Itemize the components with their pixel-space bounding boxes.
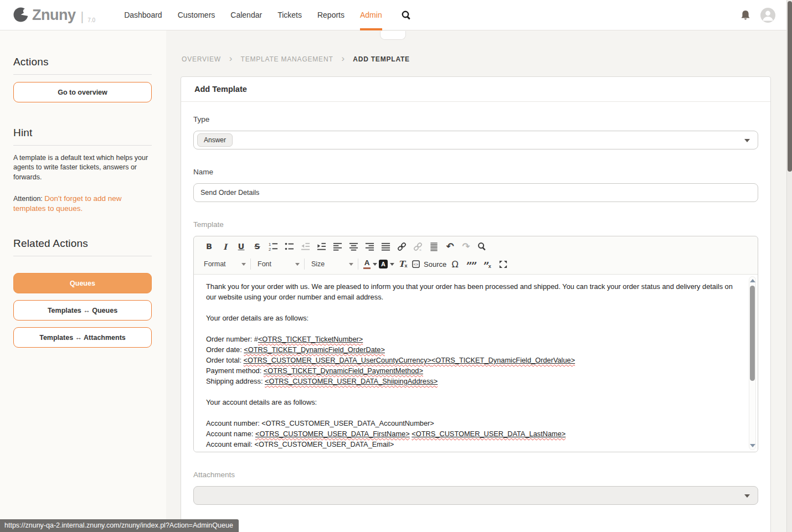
font-dropdown[interactable]: Font bbox=[255, 257, 303, 271]
unlink-icon: × bbox=[413, 242, 423, 251]
otrs-tag: <OTRS_CUSTOMER_USER_DATA_UserCountyCurre… bbox=[244, 356, 431, 364]
bold-button[interactable]: B bbox=[202, 239, 217, 254]
toolbar-separator bbox=[250, 259, 251, 270]
chevron-down-icon bbox=[295, 263, 300, 266]
bold-icon: B bbox=[206, 242, 212, 251]
insert-quote-button[interactable]: ”” bbox=[464, 257, 479, 271]
format-dropdown[interactable]: Format bbox=[202, 257, 249, 271]
editor-scrollbar-thumb[interactable] bbox=[750, 286, 755, 381]
scroll-up-icon[interactable] bbox=[750, 279, 755, 282]
bell-icon bbox=[740, 9, 751, 21]
outdent-button bbox=[298, 239, 313, 254]
align-right-button[interactable] bbox=[362, 239, 377, 254]
indent-icon bbox=[317, 242, 326, 251]
align-justify-button[interactable] bbox=[378, 239, 393, 254]
bulleted-list-icon bbox=[285, 242, 294, 251]
align-left-icon bbox=[333, 242, 342, 251]
nav-item-reports[interactable]: Reports bbox=[317, 0, 344, 30]
scroll-down-icon[interactable] bbox=[750, 444, 755, 447]
hint-text: A template is a default text which helps… bbox=[13, 153, 152, 182]
divider bbox=[13, 256, 152, 256]
italic-icon: I bbox=[223, 242, 227, 251]
underline-button[interactable]: U bbox=[234, 239, 249, 254]
editor-content-area[interactable]: Thank you for your order with us. We are… bbox=[194, 274, 758, 452]
toolbar-separator bbox=[358, 259, 358, 270]
chevron-down-icon bbox=[373, 263, 377, 266]
remove-quote-button[interactable]: ”x bbox=[480, 257, 495, 271]
align-center-button[interactable] bbox=[346, 239, 361, 254]
nav-item-dashboard[interactable]: Dashboard bbox=[124, 0, 162, 30]
maximize-button[interactable] bbox=[496, 257, 511, 271]
horizontal-rule-icon bbox=[429, 242, 439, 251]
app-logo[interactable]: Znuny | 7.0 bbox=[13, 7, 95, 23]
find-button[interactable] bbox=[475, 239, 490, 254]
rich-text-editor: BIUS12×↶↷ FormatFontSizeAATx<>SourceΩ”””… bbox=[193, 236, 758, 452]
add-template-card: Add Template Type Answer Name Template B… bbox=[181, 76, 771, 532]
special-character-button[interactable]: Ω bbox=[448, 257, 462, 271]
breadcrumb-item-overview[interactable]: OVERVIEW bbox=[182, 55, 221, 63]
source-label: Source bbox=[424, 260, 446, 268]
breadcrumb-item-template-management[interactable]: TEMPLATE MANAGEMENT bbox=[241, 55, 333, 63]
align-left-button[interactable] bbox=[330, 239, 345, 254]
insert-quote-icon: ”” bbox=[466, 260, 476, 272]
avatar[interactable] bbox=[760, 8, 775, 23]
attention-label: Attention: bbox=[13, 195, 43, 203]
name-input[interactable] bbox=[193, 183, 758, 202]
otrs-tag: <OTRS_TICKET_TicketNumber> bbox=[258, 335, 363, 343]
main-content: OVERVIEW›TEMPLATE MANAGEMENT›ADD TEMPLAT… bbox=[166, 30, 792, 532]
editor-text: Thank you for your order with us. We are… bbox=[194, 275, 758, 452]
go-to-overview-button[interactable]: Go to overview bbox=[13, 82, 152, 102]
brand-name: Znuny bbox=[32, 8, 76, 23]
search-button[interactable] bbox=[401, 10, 412, 20]
indent-button[interactable] bbox=[314, 239, 329, 254]
special-character-icon: Ω bbox=[452, 259, 459, 270]
type-label: Type bbox=[193, 115, 758, 123]
editor-toolbar-row-1: BIUS12×↶↷ bbox=[194, 236, 758, 255]
remove-format-icon: T bbox=[398, 259, 404, 269]
toolbar-toggle-button[interactable] bbox=[380, 31, 406, 40]
size-dropdown-label: Size bbox=[311, 260, 325, 268]
page-scrollbar[interactable] bbox=[786, 0, 792, 532]
nav-item-admin[interactable]: Admin bbox=[360, 0, 382, 30]
otrs-tag: <OTRS_CUSTOMER_USER_DATA_LastName> bbox=[412, 430, 565, 438]
notifications-button[interactable] bbox=[740, 9, 751, 21]
avatar-icon bbox=[760, 8, 775, 23]
sidebar-actions-buttons: Go to overview bbox=[13, 82, 152, 102]
svg-text:<>: <> bbox=[414, 262, 418, 267]
horizontal-rule-button[interactable] bbox=[426, 239, 441, 254]
type-selected-value: Answer bbox=[197, 133, 233, 147]
queues-button[interactable]: Queues bbox=[13, 273, 152, 293]
page-title: Add Template bbox=[194, 85, 247, 94]
numbered-list-button[interactable]: 12 bbox=[266, 239, 281, 254]
size-dropdown[interactable]: Size bbox=[309, 257, 357, 271]
nav-item-customers[interactable]: Customers bbox=[178, 0, 215, 30]
source-button[interactable]: <>Source bbox=[412, 257, 446, 271]
text-color-icon: A bbox=[363, 259, 371, 269]
maximize-icon bbox=[498, 260, 508, 269]
bulleted-list-button[interactable] bbox=[282, 239, 297, 254]
brand-version: 7.0 bbox=[88, 18, 95, 23]
page-scrollbar-thumb[interactable] bbox=[788, 1, 792, 172]
type-select[interactable]: Answer bbox=[193, 131, 758, 149]
nav-item-calendar[interactable]: Calendar bbox=[230, 0, 262, 30]
editor-scrollbar[interactable] bbox=[749, 276, 756, 450]
attachments-select[interactable] bbox=[193, 486, 758, 505]
background-color-button[interactable]: A bbox=[379, 257, 394, 271]
search-icon bbox=[401, 10, 412, 20]
otrs-tag: <OTRS_TICKET_DynamicField_OrderValue> bbox=[431, 356, 575, 364]
otrs-tag: <OTRS_TICKET_DynamicField_PaymentMethod> bbox=[264, 366, 423, 375]
undo-button[interactable]: ↶ bbox=[443, 239, 457, 254]
chevron-down-icon bbox=[241, 263, 246, 266]
nav-item-tickets[interactable]: Tickets bbox=[277, 0, 302, 30]
link-button[interactable] bbox=[394, 239, 409, 254]
italic-button[interactable]: I bbox=[218, 239, 233, 254]
remove-format-button[interactable]: Tx bbox=[395, 257, 410, 271]
font-dropdown-label: Font bbox=[258, 260, 271, 268]
find-icon bbox=[477, 242, 487, 251]
templates-queues-button[interactable]: Templates ↔ Queues bbox=[13, 300, 152, 321]
card-body: Type Answer Name Template BIUS12×↶↷ Form… bbox=[181, 102, 770, 532]
templates-attachments-button[interactable]: Templates ↔ Attachments bbox=[13, 327, 152, 348]
nav-right bbox=[740, 8, 775, 23]
text-color-button[interactable]: A bbox=[363, 257, 378, 271]
strikethrough-button[interactable]: S bbox=[250, 239, 265, 254]
